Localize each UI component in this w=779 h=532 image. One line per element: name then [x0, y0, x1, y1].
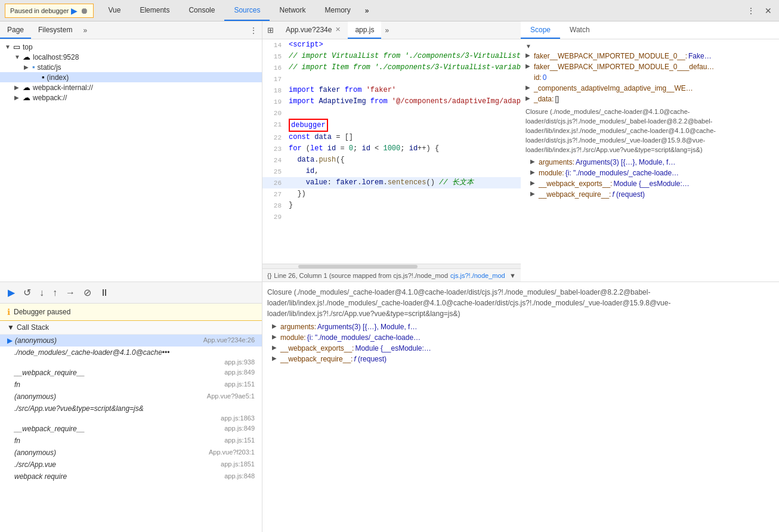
tab-elements[interactable]: Elements [130, 0, 179, 21]
expand-arrow: ▶ [530, 180, 539, 186]
scope-collapse[interactable]: ▼ [521, 42, 779, 51]
tab-vue[interactable]: Vue [98, 0, 130, 21]
code-tab-appvue[interactable]: App.vue?234e ✕ [279, 21, 348, 39]
expand-arrow: ▶ [525, 52, 534, 58]
file-tab-menu[interactable]: ⋮ [245, 26, 262, 35]
arrow-icon: ▶ [14, 94, 23, 101]
tab-scope[interactable]: Scope [521, 21, 560, 39]
tab-page[interactable]: Page [0, 21, 31, 39]
more-tabs[interactable]: » [360, 0, 374, 21]
cs-item-anonymous3[interactable]: (anonymous) App.vue?f203:1 [0, 447, 262, 459]
tab-sources[interactable]: Sources [224, 0, 270, 21]
code-line-21: 21 debugger [262, 119, 521, 132]
resume-btn[interactable]: ▶ [5, 285, 18, 300]
code-line-20: 20 [262, 107, 521, 119]
scope-item-args-bottom[interactable]: ▶ arguments: Arguments(3) [{…}, Module, … [262, 321, 779, 332]
tree-item-webpack[interactable]: ▶ ☁ webpack:// [0, 92, 262, 103]
code-line-29: 29 [262, 211, 521, 222]
arrow-icon: ▶ [24, 64, 32, 70]
scope-item-exports-bottom[interactable]: ▶ __webpack_exports__: Module {__esModul… [262, 343, 779, 354]
close-icon[interactable]: ✕ [762, 4, 774, 18]
code-line-26: 26 value: faker.lorem.sentences() // 长文本 [262, 177, 521, 188]
cloud-icon: ☁ [23, 93, 30, 102]
scroll-down-icon[interactable]: ▼ [509, 272, 516, 279]
arrow-icon: ▼ [5, 44, 13, 50]
active-arrow: ▶ [7, 336, 13, 345]
code-tab-appjs[interactable]: app.js [348, 21, 381, 39]
scope-item-webpack-require[interactable]: ▶ __webpack_require__: f (request) [521, 189, 779, 200]
status-bar: {} Line 26, Column 1 (source mapped from… [262, 268, 521, 282]
scope-item-require-bottom[interactable]: ▶ __webpack_require__: f (request) [262, 354, 779, 364]
cs-item-appvue[interactable]: ./src/App.vue app.js:1851 [0, 459, 262, 471]
code-line-22: 22 const data = [] [262, 132, 521, 143]
settings-icon[interactable]: ⋮ [744, 4, 758, 18]
tab-filesystem[interactable]: Filesystem [31, 21, 79, 39]
tab-memory[interactable]: Memory [315, 0, 360, 21]
closure-detail: Closure (./node_modules/_cache-loader@4.… [262, 284, 779, 321]
tab-console[interactable]: Console [179, 0, 224, 21]
tab-watch[interactable]: Watch [560, 21, 599, 39]
devtools-body: Page Filesystem » ⋮ ▼ ▭ top ▼ ☁ localhos… [0, 21, 779, 282]
tree-item-top[interactable]: ▼ ▭ top [0, 42, 262, 52]
code-line-16: 16 // import Item from './components/3-V… [262, 62, 521, 73]
code-tab-label-appvue: App.vue?234e [286, 26, 332, 34]
step-out-btn[interactable]: ↑ [50, 286, 60, 300]
source-map-link[interactable]: cjs.js?!./node_mod [450, 272, 505, 279]
resume-icon[interactable]: ▶ [71, 6, 78, 16]
status-text: Line 26, Column 1 (source mapped from cj… [274, 272, 448, 279]
scope-item-arguments[interactable]: ▶ arguments: Arguments(3) [{…}, Module, … [521, 157, 779, 168]
close-tab-appvue[interactable]: ✕ [335, 26, 341, 33]
folder-icon: ▪ [32, 63, 35, 72]
file-tabs: Page Filesystem » ⋮ [0, 21, 262, 39]
cs-sublocation: app.js:938 [0, 358, 262, 367]
tree-item-localhost[interactable]: ▼ ☁ localhost:9528 [0, 52, 262, 62]
more-code-tabs[interactable]: » [381, 26, 392, 35]
code-line-24: 24 data.push({ [262, 154, 521, 166]
cs-item-cacheloader[interactable]: ./node_modules/_cache-loader@4.1.0@cache… [0, 347, 262, 358]
call-stack-label: Call Stack [17, 323, 49, 332]
tree-item-staticjs[interactable]: ▶ ▪ static/js [0, 62, 262, 72]
expand-arrow: ▶ [525, 95, 534, 101]
tree-label-top: top [23, 43, 33, 51]
cs-item-fn2[interactable]: fn app.js:151 [0, 435, 262, 447]
cs-item-webpack-require1[interactable]: __webpack_require__ app.js:849 [0, 367, 262, 379]
cs-item-fn1[interactable]: fn app.js:151 [0, 379, 262, 391]
tree-item-index[interactable]: ▪ (index) [0, 72, 262, 82]
step-over-btn[interactable]: ↺ [20, 285, 34, 300]
record-icon[interactable]: ⏺ [80, 6, 88, 16]
scope-item-module[interactable]: ▶ module: {i: "./node_modules/_cache-loa… [521, 168, 779, 178]
cs-location: app.js:151 [224, 381, 255, 388]
scope-item-faker0[interactable]: ▶ faker__WEBPACK_IMPORTED_MODULE_0__: Fa… [521, 51, 779, 61]
scope-item-adaptiveimg[interactable]: ▶ _components_adaptiveImg_adaptive_img__… [521, 83, 779, 94]
step-into-btn[interactable]: ↓ [36, 286, 47, 300]
tree-label-webpack-internal: webpack-internal:// [33, 83, 93, 92]
more-file-tabs[interactable]: » [79, 26, 91, 35]
scope-item-webpack-exports[interactable]: ▶ __webpack_exports__: Module {__esModul… [521, 178, 779, 189]
deactivate-btn[interactable]: ⊘ [81, 285, 94, 300]
sidebar-toggle[interactable]: ⊞ [262, 26, 279, 35]
cs-item-webpack-require3[interactable]: webpack require app.js:848 [0, 471, 262, 482]
cs-sublocation: app.js:1863 [0, 415, 262, 423]
scope-item-module-bottom[interactable]: ▶ module: {i: "./node_modules/_cache-loa… [262, 332, 779, 343]
code-area[interactable]: 14 <script> 15 // import VirtualList fro… [262, 39, 521, 264]
cs-item-anonymous1[interactable]: ▶ (anonymous) App.vue?234e:26 [0, 335, 262, 347]
step-btn[interactable]: → [63, 286, 78, 300]
pause-exceptions-btn[interactable]: ⏸ [97, 286, 112, 300]
tree-item-webpack-internal[interactable]: ▶ ☁ webpack-internal:// [0, 82, 262, 92]
cs-name: (anonymous) [14, 392, 56, 401]
cs-name: __webpack_require__ [14, 369, 85, 377]
cs-item-src-appvue[interactable]: ./src/App.vue?vue&type=script&lang=js& [0, 403, 262, 415]
cs-item-anonymous2[interactable]: (anonymous) App.vue?9ae5:1 [0, 391, 262, 403]
arrow-icon: ▶ [14, 84, 23, 91]
expand-arrow: ▶ [525, 63, 534, 69]
code-line-19: 19 import AdaptiveImg from '@/components… [262, 96, 521, 107]
expand-arrow: ▶ [530, 190, 539, 197]
tab-network[interactable]: Network [270, 0, 315, 21]
scope-tabs: Scope Watch [521, 21, 779, 39]
call-stack-header[interactable]: ▼ Call Stack [0, 321, 262, 335]
cs-location: App.vue?234e:26 [203, 336, 255, 344]
cs-item-webpack-require2[interactable]: __webpack_require__ app.js:849 [0, 423, 262, 435]
code-line-27: 27 }) [262, 188, 521, 200]
scope-item-data[interactable]: ▶ _data: [] [521, 94, 779, 104]
scope-item-faker0default[interactable]: ▶ faker__WEBPACK_IMPORTED_MODULE_0___def… [521, 61, 779, 72]
